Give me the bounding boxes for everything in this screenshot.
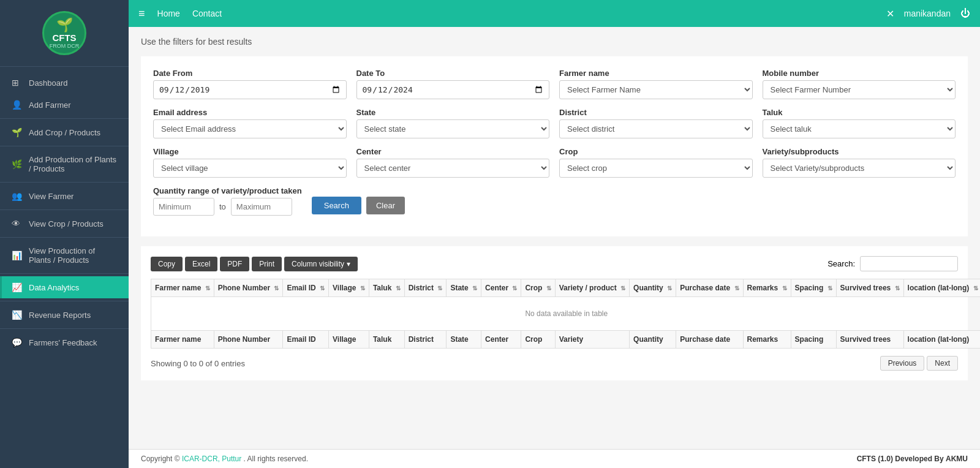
- sidebar-item-farmers-feedback[interactable]: 💬 Farmers' Feedback: [0, 331, 129, 353]
- col-header[interactable]: Variety / product ⇅: [555, 279, 629, 297]
- power-icon[interactable]: ⏻: [960, 8, 970, 19]
- table-search-input[interactable]: [860, 256, 958, 271]
- col-header[interactable]: State ⇅: [447, 279, 481, 297]
- filter-group-state: State Select state: [356, 108, 550, 138]
- col-header[interactable]: Farmer name ⇅: [151, 279, 214, 297]
- table-footer-row: Farmer namePhone NumberEmail IDVillageTa…: [151, 331, 981, 349]
- content-area: Use the filters for best results Date Fr…: [129, 27, 980, 449]
- filter-group-taluk: Taluk Select taluk: [763, 108, 956, 138]
- filter-row-1: Date From Date To Farmer name Select Far…: [153, 69, 956, 99]
- col-header[interactable]: Remarks ⇅: [743, 279, 791, 297]
- col-header[interactable]: Email ID ⇅: [283, 279, 329, 297]
- col-footer: Crop: [521, 331, 555, 349]
- taluk-select[interactable]: Select taluk: [763, 119, 956, 138]
- sidebar-item-revenue-reports[interactable]: 📉 Revenue Reports: [0, 304, 129, 326]
- topbar-right: ✕ manikandan ⏻: [886, 8, 970, 20]
- col-header[interactable]: Taluk ⇅: [369, 279, 404, 297]
- date-to-label: Date To: [356, 69, 550, 78]
- qty-max-input[interactable]: [231, 198, 292, 216]
- column-visibility-button[interactable]: Column visibility ▾: [284, 257, 358, 271]
- filter-group-crop: Crop Select crop: [559, 147, 753, 178]
- col-header[interactable]: Quantity ⇅: [630, 279, 676, 297]
- col-header[interactable]: Purchase date ⇅: [676, 279, 743, 297]
- nav-home[interactable]: Home: [157, 9, 180, 18]
- state-label: State: [356, 108, 550, 117]
- pdf-button[interactable]: PDF: [220, 257, 249, 271]
- sidebar-item-view-production[interactable]: 📊 View Production of Plants / Products: [0, 240, 129, 271]
- pagination: Previous Next: [880, 356, 958, 371]
- copy-button[interactable]: Copy: [151, 257, 183, 271]
- village-label: Village: [153, 147, 347, 156]
- col-footer: Quantity: [630, 331, 676, 349]
- sidebar-item-view-farmer[interactable]: 👥 View Farmer: [0, 185, 129, 207]
- filter-group-farmer-name: Farmer name Select Farmer Name: [559, 69, 753, 99]
- col-header[interactable]: Survived trees ⇅: [836, 279, 903, 297]
- table-footer: Showing 0 to 0 of 0 entries Previous Nex…: [151, 356, 958, 371]
- col-header[interactable]: Spacing ⇅: [791, 279, 836, 297]
- sidebar-item-dashboard[interactable]: ⊞ Dashboard: [0, 72, 129, 94]
- topbar: ≡ Home Contact ✕ manikandan ⏻: [129, 0, 980, 27]
- sidebar-icon-view-farmer: 👥: [12, 191, 23, 201]
- qty-to-label: to: [219, 202, 226, 211]
- col-header[interactable]: Phone Number ⇅: [214, 279, 283, 297]
- search-button[interactable]: Search: [312, 197, 361, 214]
- email-select[interactable]: Select Email address: [153, 119, 347, 138]
- center-select[interactable]: Select center: [356, 159, 550, 178]
- sidebar-icon-dashboard: ⊞: [12, 78, 23, 88]
- farmer-name-select[interactable]: Select Farmer Name: [559, 80, 753, 99]
- date-from-input[interactable]: [153, 80, 347, 99]
- table-body: No data available in table: [151, 297, 981, 331]
- col-header[interactable]: Center ⇅: [481, 279, 521, 297]
- sidebar-item-add-farmer[interactable]: 👤 Add Farmer: [0, 94, 129, 116]
- filter-group-district: District Select district: [559, 108, 753, 138]
- col-header[interactable]: District ⇅: [404, 279, 447, 297]
- next-button[interactable]: Next: [927, 356, 958, 371]
- center-label: Center: [356, 147, 550, 156]
- sidebar: 🌱 CFTS FROM DCR ⊞ Dashboard👤 Add Farmer🌱…: [0, 0, 129, 468]
- qty-min-input[interactable]: [153, 198, 214, 216]
- copyright-text: Copyright ©: [141, 455, 180, 463]
- footer-link[interactable]: ICAR-DCR, Puttur: [182, 455, 241, 463]
- search-label: Search:: [827, 259, 855, 268]
- sidebar-icon-add-crop: 🌱: [12, 127, 23, 137]
- sidebar-icon-revenue-reports: 📉: [12, 310, 23, 320]
- state-select[interactable]: Select state: [356, 119, 550, 138]
- menu-icon[interactable]: ≡: [138, 7, 145, 20]
- footer-left: Copyright © ICAR-DCR, Puttur . All right…: [141, 455, 308, 463]
- col-footer: Spacing: [791, 331, 836, 349]
- footer-right: CFTS (1.0) Developed By AKMU: [857, 455, 968, 463]
- mobile-select[interactable]: Select Farmer Number: [763, 80, 956, 99]
- excel-button[interactable]: Excel: [185, 257, 217, 271]
- sidebar-item-add-crop[interactable]: 🌱 Add Crop / Products: [0, 121, 129, 143]
- village-select[interactable]: Select village: [153, 159, 347, 178]
- sidebar-icon-view-crop: 👁: [12, 219, 23, 228]
- sidebar-item-add-production[interactable]: 🌿 Add Production of Plants / Products: [0, 149, 129, 179]
- farmer-name-label: Farmer name: [559, 69, 753, 78]
- col-footer: Taluk: [369, 331, 404, 349]
- col-header[interactable]: Crop ⇅: [521, 279, 555, 297]
- col-footer: District: [404, 331, 447, 349]
- filter-row-2: Email address Select Email address State…: [153, 108, 956, 138]
- close-icon[interactable]: ✕: [886, 8, 894, 20]
- col-footer: Purchase date: [676, 331, 743, 349]
- sidebar-icon-add-farmer: 👤: [12, 100, 23, 110]
- variety-select[interactable]: Select Variety/subproducts: [763, 159, 956, 178]
- logo-circle: 🌱 CFTS FROM DCR: [42, 11, 86, 55]
- crop-select[interactable]: Select crop: [559, 159, 753, 178]
- filter-group-email: Email address Select Email address: [153, 108, 347, 138]
- nav-contact[interactable]: Contact: [192, 9, 222, 18]
- sidebar-item-view-crop[interactable]: 👁 View Crop / Products: [0, 213, 129, 235]
- sidebar-label-add-farmer: Add Farmer: [29, 100, 71, 110]
- print-button[interactable]: Print: [252, 257, 282, 271]
- col-header[interactable]: Village ⇅: [329, 279, 369, 297]
- district-select[interactable]: Select district: [559, 119, 753, 138]
- data-table: Farmer name ⇅Phone Number ⇅Email ID ⇅Vil…: [151, 279, 980, 349]
- sidebar-label-farmers-feedback: Farmers' Feedback: [29, 338, 97, 347]
- col-header[interactable]: location (lat-long) ⇅: [903, 279, 980, 297]
- sidebar-item-data-analytics[interactable]: 📈 Data Analytics: [0, 276, 129, 298]
- filter-hint: Use the filters for best results: [141, 37, 968, 47]
- no-data-row: No data available in table: [151, 297, 981, 331]
- date-to-input[interactable]: [356, 80, 550, 99]
- clear-button[interactable]: Clear: [366, 197, 405, 214]
- prev-button[interactable]: Previous: [880, 356, 925, 371]
